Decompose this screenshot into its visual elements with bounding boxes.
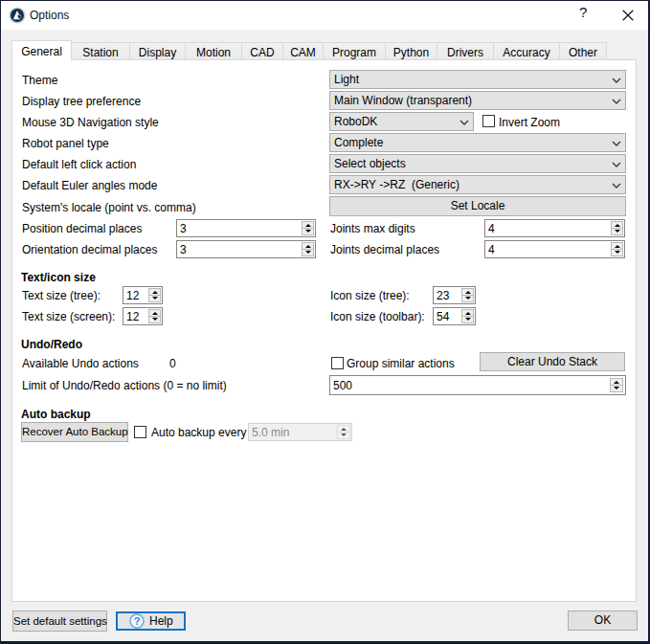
svg-text:?: ? xyxy=(134,615,141,627)
